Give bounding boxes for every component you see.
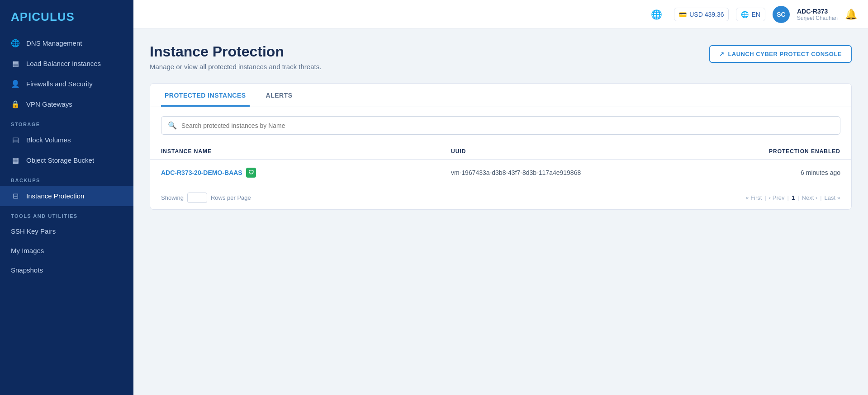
page-title: Instance Protection xyxy=(150,43,321,60)
sidebar-item-dns-management[interactable]: 🌐 DNS Management xyxy=(0,33,133,53)
sidebar-item-label: Object Storage Bucket xyxy=(26,156,94,164)
user-name: ADC-R373 xyxy=(797,8,838,15)
block-volumes-icon: ▤ xyxy=(11,136,20,144)
tabs-bar: PROTECTED INSTANCES ALERTS xyxy=(150,84,851,107)
vpn-icon: 🔒 xyxy=(11,100,20,108)
rows-per-page-input[interactable]: 10 xyxy=(187,193,207,203)
uuid-cell: vm-1967433a-d3b8-43f7-8d3b-117a4e919868 xyxy=(451,169,741,176)
instance-name-text: ADC-R373-20-DEMO-BAAS xyxy=(161,169,242,176)
search-icon: 🔍 xyxy=(168,121,177,130)
sidebar-item-label: Load Balancer Instances xyxy=(26,60,101,67)
sidebar-item-label: Block Volumes xyxy=(26,136,71,144)
launch-btn-label: LAUNCH CYBER PROTECT CONSOLE xyxy=(728,51,842,57)
sidebar-item-vpn-gateways[interactable]: 🔒 VPN Gateways xyxy=(0,94,133,114)
avatar[interactable]: SC xyxy=(773,6,790,23)
pagination-last[interactable]: Last » xyxy=(825,194,840,201)
sidebar-item-label: Firewalls and Security xyxy=(26,80,93,88)
pagination-current: 1 xyxy=(792,194,795,201)
col-protection-enabled: PROTECTION ENABLED xyxy=(741,148,840,155)
logo: APICULUS xyxy=(0,0,133,33)
sidebar-item-my-images[interactable]: My Images xyxy=(0,241,133,260)
table-header: INSTANCE NAME UUID PROTECTION ENABLED xyxy=(150,144,851,160)
pagination-prev[interactable]: ‹ Prev xyxy=(769,194,785,201)
sidebar-item-instance-protection[interactable]: ⊟ Instance Protection xyxy=(0,186,133,206)
sidebar-item-label: VPN Gateways xyxy=(26,100,72,108)
translate-icon: 🌐 xyxy=(741,11,749,18)
shield-icon: 🛡 xyxy=(246,168,256,178)
globe-icon: 🌐 xyxy=(11,39,20,47)
rows-per-page-label: Rows per Page xyxy=(211,194,251,201)
col-instance-name: INSTANCE NAME xyxy=(161,148,451,155)
main-area: 🌐 💳 USD 439.36 🌐 EN SC ADC-R373 Surjeet … xyxy=(133,0,868,395)
sidebar-item-ssh-key-pairs[interactable]: SSH Key Pairs xyxy=(0,221,133,241)
balance-value: USD 439.36 xyxy=(689,11,724,18)
topbar: 🌐 💳 USD 439.36 🌐 EN SC ADC-R373 Surjeet … xyxy=(133,0,868,29)
page-title-area: Instance Protection Manage or view all p… xyxy=(150,43,321,71)
sidebar-item-load-balancer[interactable]: ▤ Load Balancer Instances xyxy=(0,53,133,74)
user-sub: Surjeet Chauhan xyxy=(797,15,838,21)
storage-section-label: STORAGE xyxy=(0,114,133,130)
sidebar-item-label: Snapshots xyxy=(11,266,43,274)
language-button[interactable]: 🌐 EN xyxy=(736,8,765,21)
sidebar-item-object-storage[interactable]: ▦ Object Storage Bucket xyxy=(0,150,133,170)
content-area: Instance Protection Manage or view all p… xyxy=(133,29,868,395)
instance-link[interactable]: ADC-R373-20-DEMO-BAAS 🛡 xyxy=(161,168,451,178)
protection-enabled-cell: 6 minutes ago xyxy=(741,169,840,176)
tools-section-label: TOOLS AND UTILITIES xyxy=(0,206,133,221)
sidebar-item-label: DNS Management xyxy=(26,39,82,47)
notification-bell-button[interactable]: 🔔 xyxy=(845,9,857,20)
showing-label: Showing xyxy=(161,194,184,201)
sidebar-item-label: My Images xyxy=(11,247,44,254)
search-bar: 🔍 xyxy=(161,116,840,135)
search-input[interactable] xyxy=(181,122,834,129)
sidebar: APICULUS 🌐 DNS Management ▤ Load Balance… xyxy=(0,0,133,395)
page-subtitle: Manage or view all protected instances a… xyxy=(150,63,321,71)
instance-name-cell: ADC-R373-20-DEMO-BAAS 🛡 xyxy=(161,168,451,178)
sidebar-item-firewalls[interactable]: 👤 Firewalls and Security xyxy=(0,74,133,94)
instance-protection-icon: ⊟ xyxy=(11,192,20,200)
backups-section-label: BACKUPS xyxy=(0,170,133,186)
pagination-first[interactable]: « First xyxy=(745,194,762,201)
load-balancer-icon: ▤ xyxy=(11,59,20,68)
page-header: Instance Protection Manage or view all p… xyxy=(150,43,852,71)
external-link-icon: ↗ xyxy=(719,51,725,57)
sidebar-item-block-volumes[interactable]: ▤ Block Volumes xyxy=(0,130,133,150)
sidebar-item-label: Instance Protection xyxy=(26,192,84,200)
table-footer: Showing 10 Rows per Page « First | ‹ Pre… xyxy=(150,186,851,209)
pagination-next[interactable]: Next › xyxy=(802,194,818,201)
pagination: « First | ‹ Prev | 1 | Next › | Last » xyxy=(745,194,840,201)
balance-button[interactable]: 💳 USD 439.36 xyxy=(674,8,729,21)
rows-per-page-control: Showing 10 Rows per Page xyxy=(161,193,251,203)
user-info: ADC-R373 Surjeet Chauhan xyxy=(797,8,838,21)
tab-alerts[interactable]: ALERTS xyxy=(262,84,296,107)
firewall-icon: 👤 xyxy=(11,80,20,88)
sidebar-item-label: SSH Key Pairs xyxy=(11,227,56,235)
table-row: ADC-R373-20-DEMO-BAAS 🛡 vm-1967433a-d3b8… xyxy=(150,160,851,186)
tab-protected-instances[interactable]: PROTECTED INSTANCES xyxy=(161,84,250,107)
sidebar-item-snapshots[interactable]: Snapshots xyxy=(0,260,133,280)
main-card: PROTECTED INSTANCES ALERTS 🔍 INSTANCE NA… xyxy=(150,83,852,210)
balance-icon: 💳 xyxy=(679,11,687,18)
object-storage-icon: ▦ xyxy=(11,156,20,165)
col-uuid: UUID xyxy=(451,148,741,155)
launch-cyber-protect-button[interactable]: ↗ LAUNCH CYBER PROTECT CONSOLE xyxy=(709,45,852,63)
language-value: EN xyxy=(751,11,760,18)
globe-button[interactable]: 🌐 xyxy=(646,6,667,23)
